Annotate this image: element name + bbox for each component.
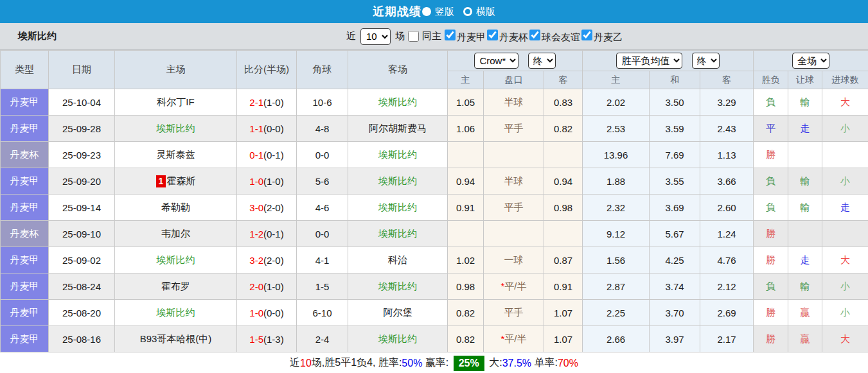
result-cell: 負 bbox=[754, 273, 788, 300]
result-cell: 平 bbox=[754, 116, 788, 142]
avg-draw-cell: 3.97 bbox=[650, 326, 700, 352]
away-team-cell: 科治 bbox=[348, 247, 448, 273]
summary-segment: 近 bbox=[290, 356, 300, 370]
halftime-score: (1-0) bbox=[263, 176, 284, 187]
home-team-cell: 埃斯比约 bbox=[115, 300, 237, 326]
goals-result-cell: 大 bbox=[822, 326, 868, 352]
corner-cell: 5-6 bbox=[297, 168, 348, 195]
odds-away-cell: 0.94 bbox=[544, 168, 583, 195]
handicap-cell: 半球 bbox=[484, 168, 544, 195]
result-cell: 勝 bbox=[754, 326, 788, 352]
avg-away-cell: 2.60 bbox=[700, 195, 754, 221]
odds-away-cell: 0.87 bbox=[544, 247, 583, 273]
halftime-score: (0-0) bbox=[263, 123, 284, 134]
avg-away-cell: 2.17 bbox=[700, 326, 754, 352]
date-cell: 25-09-14 bbox=[49, 195, 115, 221]
avg-draw-cell: 4.25 bbox=[650, 247, 700, 273]
avg-home-cell: 1.56 bbox=[583, 247, 650, 273]
avg-draw-cell: 3.59 bbox=[650, 116, 700, 142]
home-team-name: 埃斯比约 bbox=[157, 307, 195, 318]
avg-home-cell: 9.12 bbox=[583, 221, 650, 247]
away-team-cell: 埃斯比约 bbox=[348, 195, 448, 221]
odds-home-cell: 1.05 bbox=[448, 89, 484, 116]
odds-group-header: Crow* 终 bbox=[448, 51, 583, 71]
filter-controls: 近 10 场 同主 丹麦甲丹麦杯球会友谊丹麦乙 bbox=[346, 28, 623, 45]
league-checkbox[interactable] bbox=[581, 30, 592, 40]
avg-stage-select[interactable]: 终 bbox=[692, 53, 720, 69]
avg-home-cell: 2.87 bbox=[583, 273, 650, 300]
header-corner: 角球 bbox=[297, 51, 348, 89]
filter-bar: 埃斯比约 近 10 场 同主 丹麦甲丹麦杯球会友谊丹麦乙 bbox=[0, 23, 868, 50]
league-type-cell: 丹麦甲 bbox=[1, 195, 49, 221]
league-checkbox-label: 丹麦乙 bbox=[594, 31, 623, 42]
home-team-cell: B93哥本哈根(中) bbox=[115, 326, 237, 352]
avg-away-cell: 2.12 bbox=[700, 273, 754, 300]
odds-away-cell bbox=[544, 142, 583, 168]
halftime-score: (1-3) bbox=[263, 334, 284, 345]
league-type-cell: 丹麦甲 bbox=[1, 273, 49, 300]
home-team-cell: 科尔丁IF bbox=[115, 89, 237, 116]
league-type-cell: 丹麦甲 bbox=[1, 168, 49, 195]
subheader-odds-away: 客 bbox=[544, 71, 583, 89]
result-cell: 勝 bbox=[754, 221, 788, 247]
league-checkbox[interactable] bbox=[529, 30, 540, 40]
away-team-cell: 埃斯比约 bbox=[348, 89, 448, 116]
avg-draw-cell: 3.55 bbox=[650, 168, 700, 195]
header-type: 类型 bbox=[1, 51, 49, 89]
handicap-text: 半球 bbox=[504, 175, 524, 186]
horizontal-layout-label[interactable]: 横版 bbox=[476, 6, 495, 18]
avg-type-select[interactable]: 胜平负均值 bbox=[616, 53, 682, 69]
score-cell: 1-2(0-1) bbox=[237, 221, 297, 247]
avg-home-cell: 2.25 bbox=[583, 300, 650, 326]
odds-away-cell: 1.07 bbox=[544, 326, 583, 352]
home-team-name: 埃斯比约 bbox=[157, 123, 195, 134]
date-cell: 25-08-16 bbox=[49, 326, 115, 352]
league-checkbox[interactable] bbox=[487, 30, 498, 40]
odds-away-cell bbox=[544, 221, 583, 247]
goals-result-cell: 小 bbox=[822, 168, 868, 195]
home-team-name: 霍布罗 bbox=[161, 281, 190, 291]
handicap-cell bbox=[484, 142, 544, 168]
home-team-name: 科尔丁IF bbox=[157, 96, 194, 107]
halftime-score: (2-0) bbox=[263, 202, 284, 213]
avg-draw-cell: 7.69 bbox=[650, 142, 700, 168]
handicap-result-cell bbox=[788, 142, 822, 168]
bookmaker-select[interactable]: Crow* bbox=[474, 53, 518, 69]
odds-home-cell bbox=[448, 142, 484, 168]
odds-away-cell: 0.82 bbox=[544, 116, 583, 142]
horizontal-layout-radio[interactable] bbox=[463, 7, 472, 16]
recent-count-select[interactable]: 10 bbox=[360, 28, 391, 45]
home-team-cell: 灵斯泰兹 bbox=[115, 142, 237, 168]
odds-home-cell: 0.98 bbox=[448, 273, 484, 300]
halftime-score: (2-0) bbox=[263, 255, 284, 266]
scope-select[interactable]: 全场 bbox=[792, 53, 829, 69]
avg-home-cell: 2.53 bbox=[583, 116, 650, 142]
results-tbody: 丹麦甲 25-10-04 科尔丁IF 2-1(1-0) 10-6 埃斯比约 1.… bbox=[1, 89, 868, 352]
avg-home-cell: 2.66 bbox=[583, 326, 650, 352]
league-checkbox[interactable] bbox=[445, 30, 456, 40]
date-cell: 25-09-23 bbox=[49, 142, 115, 168]
same-home-checkbox[interactable] bbox=[408, 31, 419, 42]
summary-bar: 近10场,胜5平1负4, 胜率:50% 赢率: 25% 大:37.5% 单率:7… bbox=[0, 352, 868, 373]
league-checkbox-label: 球会友谊 bbox=[542, 31, 580, 42]
home-team-cell: 霍布罗 bbox=[115, 273, 237, 300]
away-team-name: 埃斯比约 bbox=[378, 202, 417, 213]
recent-results-panel: 近期战绩 竖版 横版 埃斯比约 近 10 场 同主 丹麦甲丹麦杯球会友谊丹麦乙 bbox=[0, 0, 868, 373]
league-type-cell: 丹麦甲 bbox=[1, 89, 49, 116]
vertical-layout-radio-selected[interactable] bbox=[422, 7, 431, 16]
corner-cell: 10-6 bbox=[297, 89, 348, 116]
subheader-result: 胜负 bbox=[754, 71, 788, 89]
home-team-name: 希勒勒 bbox=[161, 202, 190, 213]
score-cell: 1-5(1-3) bbox=[237, 326, 297, 352]
title-bar: 近期战绩 竖版 横版 bbox=[0, 0, 868, 23]
home-team-name: 霍森斯 bbox=[166, 175, 195, 186]
score-cell: 3-0(2-0) bbox=[237, 195, 297, 221]
league-type-cell: 丹麦杯 bbox=[1, 142, 49, 168]
odds-stage-select[interactable]: 终 bbox=[528, 53, 556, 69]
vertical-layout-label[interactable]: 竖版 bbox=[435, 6, 454, 18]
away-team-cell: 埃斯比约 bbox=[348, 326, 448, 352]
summary-segment: 大: bbox=[486, 356, 502, 370]
table-row: 丹麦甲 25-10-04 科尔丁IF 2-1(1-0) 10-6 埃斯比约 1.… bbox=[1, 89, 868, 116]
goals-result-cell: 小 bbox=[822, 116, 868, 142]
handicap-result-cell: 贏 bbox=[788, 326, 822, 352]
